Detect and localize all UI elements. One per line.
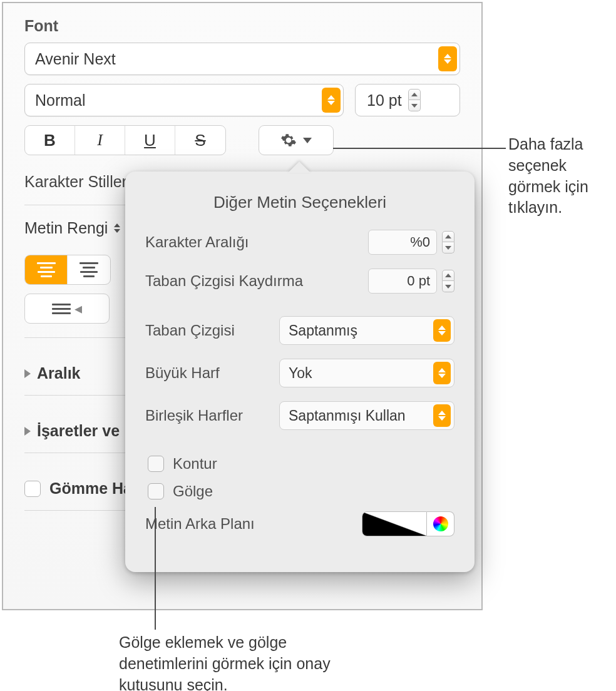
outline-checkbox[interactable] (148, 456, 164, 472)
colorwheel-icon (433, 516, 448, 531)
align-center-button[interactable] (68, 255, 110, 284)
dropdown-arrows-icon (433, 362, 451, 384)
baseline-label: Taban Çizgisi (145, 322, 235, 339)
font-size-field[interactable]: 10 pt (355, 84, 460, 116)
ligatures-label: Birleşik Harfler (145, 407, 243, 424)
font-size-stepper[interactable] (408, 89, 421, 111)
indent-button[interactable]: ◂ (24, 294, 110, 324)
text-color-label: Metin Rengi (24, 219, 108, 237)
shadow-checkbox[interactable] (148, 483, 164, 499)
baseline-select[interactable]: Saptanmış (279, 316, 454, 345)
dropcap-checkbox[interactable] (24, 481, 41, 497)
char-spacing-value: %0 (410, 234, 430, 250)
disclosure-triangle-icon (24, 369, 31, 378)
callout-leader-line (155, 507, 156, 630)
underline-button[interactable]: U (125, 126, 175, 155)
chevron-down-icon (303, 138, 312, 143)
dropdown-arrows-icon (322, 88, 341, 113)
italic-button[interactable]: I (75, 126, 125, 155)
font-family-select[interactable]: Avenir Next (24, 43, 460, 75)
callout-more-options: Daha fazla seçenek görmek için tıklayın. (508, 134, 615, 218)
text-bg-colorwheel[interactable] (427, 511, 454, 536)
text-bg-swatch[interactable] (362, 511, 427, 536)
baseline-shift-stepper[interactable] (442, 270, 454, 292)
caps-label: Büyük Harf (145, 364, 220, 382)
callout-shadow-hint: Gölge eklemek ve gölge denetimlerini gör… (119, 632, 369, 691)
dropdown-arrows-icon (433, 319, 451, 342)
text-color-arrows-icon[interactable] (113, 223, 121, 234)
text-style-segment: B I U S (24, 125, 226, 155)
char-spacing-stepper[interactable] (442, 231, 454, 253)
font-size-value: 10 pt (367, 91, 402, 110)
char-spacing-label: Karakter Aralığı (145, 233, 249, 251)
font-weight-select[interactable]: Normal (24, 84, 344, 116)
ligatures-value: Saptanmışı Kullan (289, 407, 406, 424)
ligatures-select[interactable]: Saptanmışı Kullan (279, 401, 454, 430)
dropdown-arrows-icon (438, 46, 457, 71)
more-text-options-popover: Diğer Metin Seçenekleri Karakter Aralığı… (125, 171, 475, 572)
baseline-shift-label: Taban Çizgisi Kaydırma (145, 272, 303, 290)
bold-button[interactable]: B (25, 126, 75, 155)
spacing-label: Aralık (37, 364, 80, 382)
font-weight-value: Normal (35, 91, 86, 110)
font-section-title: Font (24, 17, 460, 35)
strikethrough-button[interactable]: S (175, 126, 225, 155)
dropcap-label: Gömme Ha (49, 479, 132, 498)
outline-label: Kontur (173, 455, 217, 473)
align-left-button[interactable] (25, 255, 68, 284)
char-spacing-field[interactable]: %0 (368, 230, 437, 255)
outline-row[interactable]: Kontur (148, 455, 454, 473)
advanced-options-button[interactable] (259, 125, 334, 155)
bullets-label: İşaretler ve (37, 422, 120, 440)
baseline-shift-field[interactable]: 0 pt (368, 269, 437, 294)
alignment-segment (24, 255, 111, 285)
gear-icon (280, 132, 297, 148)
shadow-row[interactable]: Gölge (148, 483, 454, 500)
dropdown-arrows-icon (433, 404, 451, 427)
font-family-value: Avenir Next (35, 50, 116, 68)
caps-value: Yok (289, 365, 312, 382)
popover-title: Diğer Metin Seçenekleri (145, 193, 454, 212)
disclosure-triangle-icon (24, 427, 31, 436)
text-bg-label: Metin Arka Planı (145, 515, 255, 533)
baseline-shift-value: 0 pt (407, 273, 430, 289)
caps-select[interactable]: Yok (279, 359, 454, 387)
shadow-label: Gölge (173, 483, 213, 500)
callout-leader-line (333, 148, 506, 149)
baseline-value: Saptanmış (289, 322, 357, 339)
